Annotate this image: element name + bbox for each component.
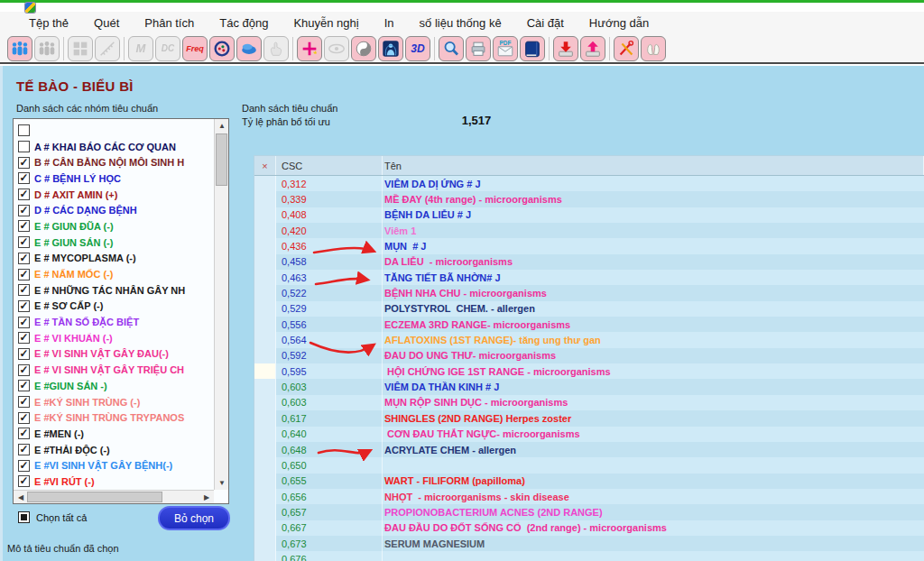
row-mark-cell[interactable] — [254, 332, 276, 347]
row-mark-cell[interactable] — [254, 207, 276, 223]
group-item-16[interactable]: ✓E #GIUN SÁN -) — [14, 378, 213, 394]
table-row[interactable]: 0,603VIÊM DA THẦN KINH # J — [254, 379, 924, 394]
scroll-right-icon[interactable]: ▶ — [199, 491, 214, 504]
checked-checkbox[interactable]: ✓ — [18, 172, 30, 184]
table-row[interactable]: 0,564AFLATOXINS (1ST RANGE)- tăng ung th… — [254, 332, 924, 347]
checked-checkbox[interactable]: ✓ — [18, 253, 30, 264]
row-mark-cell[interactable] — [254, 520, 276, 536]
row-mark-cell[interactable] — [254, 474, 276, 489]
horizontal-scroll-thumb[interactable] — [27, 492, 162, 502]
import-icon[interactable] — [553, 36, 578, 61]
group-item-0[interactable] — [14, 123, 213, 139]
row-mark-cell[interactable] — [254, 285, 276, 300]
vertical-scrollbar[interactable]: ▲ ▼ — [214, 119, 228, 490]
gloves-icon[interactable] — [641, 36, 666, 61]
pdf-mail-icon[interactable]: PDF — [493, 36, 518, 61]
search-icon[interactable] — [439, 36, 464, 61]
row-mark-cell[interactable] — [254, 395, 276, 410]
menu-item-0[interactable]: Tệp thẻ — [16, 16, 81, 30]
group-item-10[interactable]: ✓E # NHỮNG TÁC NHÂN GÂY NH — [14, 282, 213, 299]
yin-yang-icon[interactable] — [351, 36, 376, 61]
menu-item-2[interactable]: Phân tích — [132, 16, 207, 30]
checked-checkbox[interactable]: ✓ — [18, 444, 30, 455]
checked-checkbox[interactable]: ✓ — [18, 269, 30, 280]
table-row[interactable]: 0,655WART - FILIFORM (papilloma) — [254, 474, 924, 489]
patients-icon[interactable] — [7, 36, 32, 61]
checked-checkbox[interactable]: ✓ — [18, 348, 30, 360]
checked-checkbox[interactable]: ✓ — [18, 396, 30, 408]
target-icon[interactable] — [209, 36, 235, 61]
unchecked-checkbox[interactable] — [18, 141, 30, 152]
book-icon[interactable] — [520, 36, 545, 61]
checked-checkbox[interactable]: ✓ — [18, 189, 30, 200]
table-row[interactable]: 0,595 HỘI CHỨNG IGE 1ST RANGE - microorg… — [254, 363, 924, 379]
column-header-ten[interactable]: Tên — [383, 156, 924, 175]
row-mark-cell[interactable] — [254, 457, 276, 473]
row-mark-cell[interactable] — [254, 254, 276, 270]
group-item-15[interactable]: ✓E # VI SINH VẬT GÂY TRIỆU CH — [14, 362, 213, 378]
criteria-group-listbox[interactable]: A # KHAI BÁO CÁC CƠ QUAN✓B # CÂN BẰNG NỘ… — [13, 118, 229, 504]
row-mark-cell[interactable] — [254, 427, 276, 442]
group-item-22[interactable]: ✓E #VI RÚT (-) — [14, 474, 213, 489]
group-item-9[interactable]: ✓E # NẤM MỐC (-) — [14, 266, 213, 282]
menu-item-6[interactable]: số liệu thống kê — [407, 16, 514, 30]
vertical-scroll-thumb[interactable] — [216, 133, 227, 186]
group-item-5[interactable]: ✓D # CÁC DẠNG BỆNH — [14, 202, 213, 218]
table-row[interactable]: 0,458DA LIỄU - microorganisms — [254, 254, 924, 270]
row-mark-cell[interactable] — [254, 442, 276, 457]
checked-checkbox[interactable]: ✓ — [18, 300, 30, 312]
table-row[interactable]: 0,673SERUM MAGNESIUM — [254, 536, 924, 551]
tools-icon[interactable] — [614, 36, 639, 61]
group-item-13[interactable]: ✓E # VI KHUẨN (-) — [14, 330, 213, 346]
body-aura-icon[interactable] — [378, 36, 403, 61]
checked-checkbox[interactable]: ✓ — [18, 460, 30, 472]
table-row[interactable]: 0,650 — [254, 457, 924, 473]
row-mark-cell[interactable] — [254, 176, 276, 191]
row-mark-cell[interactable] — [254, 504, 276, 520]
row-mark-cell-selected[interactable] — [254, 363, 276, 379]
row-mark-cell[interactable] — [254, 270, 276, 285]
scroll-down-icon[interactable]: ▼ — [215, 476, 229, 490]
checked-checkbox[interactable]: ✓ — [18, 332, 30, 344]
group-item-8[interactable]: ✓E # MYCOPLASMA (-) — [14, 251, 213, 267]
row-mark-cell[interactable] — [254, 536, 276, 551]
table-row[interactable]: 0,676 — [254, 551, 924, 561]
group-item-17[interactable]: ✓E #KÝ SINH TRÙNG (-) — [14, 394, 213, 410]
group-item-21[interactable]: ✓E #VI SINH VẬT GÂY BỆNH(-) — [14, 457, 213, 474]
horizontal-scrollbar[interactable]: ◀ ▶ — [14, 490, 214, 503]
checked-checkbox[interactable]: ✓ — [18, 205, 30, 216]
table-row[interactable]: 0,312VIÊM DA DỊ ỨNG # J — [254, 176, 924, 191]
checked-checkbox[interactable]: ✓ — [18, 412, 30, 424]
checked-checkbox[interactable]: ✓ — [18, 317, 30, 328]
table-row[interactable]: 0,463TĂNG TIẾT BÃ NHỜN# J — [254, 270, 924, 285]
table-row[interactable]: 0,640 CƠN ĐAU THẮT NGỰC- microorganisms — [254, 427, 924, 442]
group-item-7[interactable]: ✓E # GIUN SÁN (-) — [14, 235, 213, 251]
group-item-19[interactable]: ✓E #MEN (-) — [14, 426, 213, 442]
group-item-3[interactable]: ✓C # BỆNH LÝ HỌC — [14, 170, 213, 187]
row-mark-cell[interactable] — [254, 301, 276, 317]
group-item-11[interactable]: ✓E # SƠ CẤP (-) — [14, 299, 213, 315]
export-icon[interactable] — [580, 36, 605, 61]
cap-scan-icon[interactable] — [236, 36, 262, 61]
row-mark-cell[interactable] — [254, 410, 276, 426]
table-row[interactable]: 0,603MỤN RỘP SINH DỤC - microorganisms — [254, 395, 924, 410]
table-row[interactable]: 0,408BỆNH DA LIỄU # J — [254, 207, 924, 223]
checked-checkbox[interactable]: ✓ — [18, 157, 30, 169]
3d-view-icon[interactable]: 3D — [405, 36, 430, 61]
menu-item-7[interactable]: Cài đặt — [514, 16, 577, 30]
menu-item-5[interactable]: In — [372, 16, 407, 30]
select-all-checkbox[interactable] — [18, 511, 30, 523]
group-item-1[interactable]: A # KHAI BÁO CÁC CƠ QUAN — [14, 139, 213, 155]
row-mark-cell[interactable] — [254, 489, 276, 504]
table-row[interactable]: 0,617SHINGLES (2ND RANGE) Herpes zoster — [254, 410, 924, 426]
row-mark-cell[interactable] — [254, 223, 276, 238]
column-header-x[interactable]: × — [254, 156, 276, 175]
row-mark-cell[interactable] — [254, 317, 276, 332]
table-row[interactable]: 0,420Viêm 1 — [254, 223, 924, 238]
table-row[interactable]: 0,529POLYSTYROL CHEM. - allergen — [254, 301, 924, 317]
menu-item-1[interactable]: Quét — [81, 16, 132, 30]
freq-icon[interactable]: Freq — [182, 36, 208, 61]
checked-checkbox[interactable]: ✓ — [18, 475, 30, 487]
checked-checkbox[interactable]: ✓ — [18, 380, 30, 391]
menu-item-8[interactable]: Hướng dẫn — [577, 16, 661, 30]
